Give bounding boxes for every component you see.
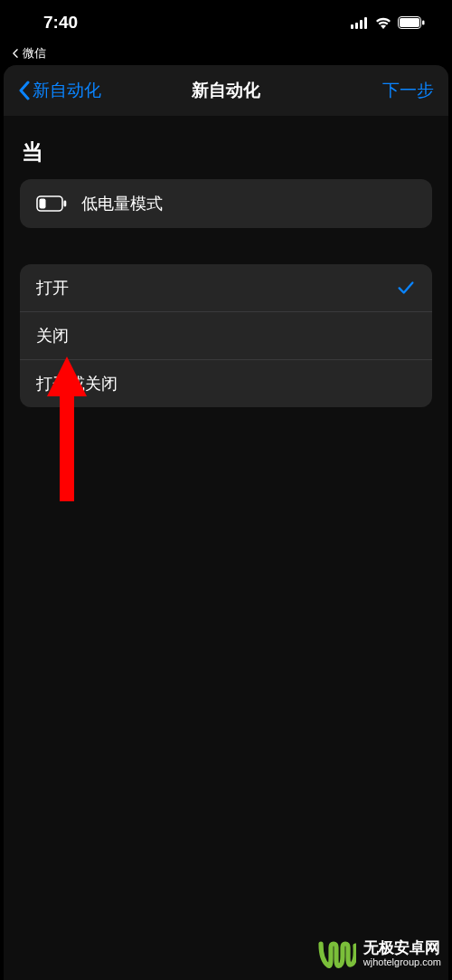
option-on[interactable]: 打开 [20, 264, 432, 312]
option-label: 关闭 [36, 325, 69, 347]
option-off[interactable]: 关闭 [20, 312, 432, 360]
trigger-card[interactable]: 低电量模式 [20, 179, 432, 228]
option-label: 打开 [36, 277, 69, 299]
signal-icon [351, 17, 369, 29]
svg-rect-0 [351, 24, 353, 29]
next-button[interactable]: 下一步 [382, 79, 434, 102]
content: 当 低电量模式 打开 关闭 [4, 138, 448, 407]
svg-rect-6 [422, 21, 425, 25]
status-icons [351, 16, 425, 29]
option-on-or-off[interactable]: 打开或关闭 [20, 360, 432, 407]
nav-bar: 新自动化 新自动化 下一步 [4, 65, 448, 116]
svg-rect-2 [360, 20, 363, 29]
trigger-row: 低电量模式 [20, 179, 432, 228]
breadcrumb-caret-icon [11, 49, 20, 58]
options-card: 打开 关闭 打开或关闭 [20, 264, 432, 407]
svg-rect-1 [355, 23, 358, 29]
option-label: 打开或关闭 [36, 373, 118, 395]
low-power-battery-icon [36, 195, 67, 212]
wifi-icon [375, 17, 391, 29]
status-bar: 7:40 [0, 0, 452, 45]
svg-rect-3 [364, 17, 367, 29]
back-label: 新自动化 [33, 79, 101, 102]
breadcrumb[interactable]: 微信 [0, 45, 452, 67]
battery-icon [398, 16, 425, 29]
breadcrumb-label: 微信 [23, 45, 46, 62]
screen: 新自动化 新自动化 下一步 当 低电量模式 打开 [4, 65, 448, 980]
chevron-left-icon [18, 81, 31, 100]
status-time: 7:40 [43, 13, 78, 33]
svg-rect-9 [64, 201, 67, 207]
svg-rect-8 [40, 199, 46, 209]
back-button[interactable]: 新自动化 [18, 79, 101, 102]
trigger-label: 低电量模式 [81, 193, 163, 214]
svg-rect-5 [400, 18, 419, 27]
section-when-label: 当 [20, 138, 432, 167]
checkmark-icon [396, 278, 416, 298]
